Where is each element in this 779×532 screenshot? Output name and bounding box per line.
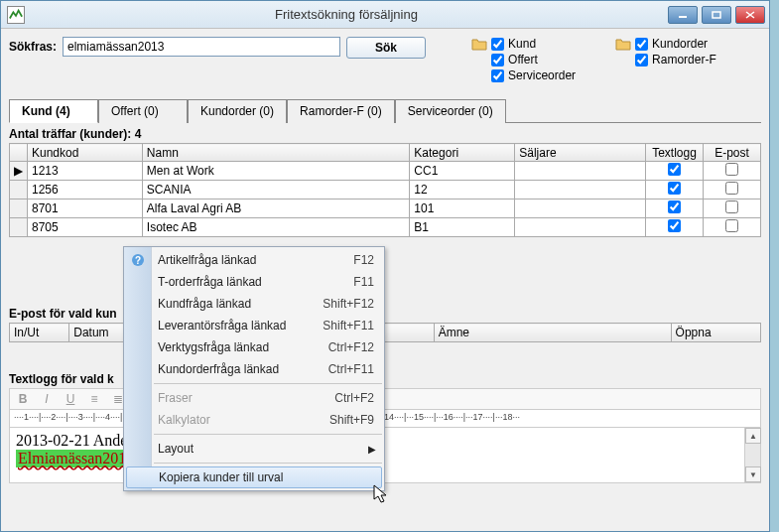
window-title: Fritextsökning försäljning xyxy=(25,7,668,22)
search-input[interactable] xyxy=(63,37,340,57)
row-epost[interactable] xyxy=(725,200,738,213)
ctx-kopiera-kunder[interactable]: Kopiera kunder till urval xyxy=(126,466,382,488)
col-inut[interactable]: In/Ut xyxy=(10,324,69,342)
search-button[interactable]: Sök xyxy=(346,37,426,59)
search-label: Sökfras: xyxy=(9,37,57,54)
rte-toolbar: B I U ≡ ≣ ≔ ≕ ◁ ¶ ？ xyxy=(9,388,761,410)
ctx-separator xyxy=(154,463,382,464)
ctx-kundorderfraga[interactable]: Kundorderfråga länkadCtrl+F11 xyxy=(124,358,384,380)
row-textlogg[interactable] xyxy=(668,200,681,213)
textlog-section-label: Textlogg för vald k xyxy=(9,372,761,386)
hits-label: Antal träffar (kunder): 4 xyxy=(9,127,761,141)
scroll-down-icon[interactable]: ▼ xyxy=(745,466,761,482)
titlebar: Fritextsökning försäljning xyxy=(1,1,769,29)
folder-icon xyxy=(471,37,487,51)
ctx-artikelfraga[interactable]: ? Artikelfråga länkadF12 xyxy=(124,249,384,271)
app-icon xyxy=(7,6,25,24)
row-epost[interactable] xyxy=(725,182,738,195)
check-kundorder-label: Kundorder xyxy=(652,37,708,51)
ctx-leverantorsfraga[interactable]: Leverantörsfråga länkadShift+F11 xyxy=(124,315,384,336)
table-row[interactable]: 8705 Isotec AB B1 xyxy=(10,218,761,237)
col-epost[interactable]: E-post xyxy=(704,144,761,162)
check-serviceorder-label: Serviceorder xyxy=(508,68,576,82)
ctx-torderfraga[interactable]: T-orderfråga länkadF11 xyxy=(124,271,384,293)
ctx-separator xyxy=(154,434,382,435)
results-grid[interactable]: Kundkod Namn Kategori Säljare Textlogg E… xyxy=(9,143,761,237)
ctx-kalkylator: KalkylatorShift+F9 xyxy=(124,409,384,431)
tab-ramorder[interactable]: Ramorder-F (0) xyxy=(287,99,395,123)
row-textlogg[interactable] xyxy=(668,163,681,176)
col-kundkod[interactable]: Kundkod xyxy=(28,144,143,162)
context-menu[interactable]: ? Artikelfråga länkadF12 T-orderfråga lä… xyxy=(123,246,385,491)
col-namn[interactable]: Namn xyxy=(142,144,410,162)
check-offert[interactable] xyxy=(491,54,504,66)
col-selector xyxy=(10,144,28,162)
bold-icon[interactable]: B xyxy=(14,390,32,408)
table-row[interactable]: ▶ 1213 Men at Work CC1 xyxy=(10,162,761,181)
chevron-right-icon: ▶ xyxy=(368,444,376,455)
textlog-body[interactable]: 2013-02-21 Ande Elmiamässan201 ▲ ▼ xyxy=(9,428,761,483)
scrollbar[interactable]: ▲ ▼ xyxy=(744,428,760,482)
ruler: ····1····|····2····|····3····|····4····|… xyxy=(9,410,761,428)
italic-icon[interactable]: I xyxy=(38,390,56,408)
row-epost[interactable] xyxy=(725,219,738,232)
scroll-up-icon[interactable]: ▲ xyxy=(745,428,761,444)
tab-serviceorder[interactable]: Serviceorder (0) xyxy=(395,99,506,123)
tabs: Kund (4) Offert (0) Kundorder (0) Ramord… xyxy=(9,98,761,123)
ctx-verktygsfraga[interactable]: Verktygsfråga länkadCtrl+F12 xyxy=(124,336,384,358)
check-ramorder[interactable] xyxy=(635,54,648,66)
maximize-button[interactable] xyxy=(702,6,731,24)
check-kund[interactable] xyxy=(491,38,504,51)
ctx-fraser: FraserCtrl+F2 xyxy=(124,387,384,409)
question-icon: ? xyxy=(130,252,146,268)
table-row[interactable]: 1256 SCANIA 12 xyxy=(10,181,761,200)
col-oppna[interactable]: Öppna xyxy=(671,324,760,342)
check-offert-label: Offert xyxy=(508,53,538,66)
textlog-line-highlight: Elmiamässan201 xyxy=(16,450,128,467)
table-row[interactable]: 8701 Alfa Laval Agri AB 101 xyxy=(10,200,761,218)
ctx-layout[interactable]: Layout▶ xyxy=(124,438,384,460)
col-datum[interactable]: Datum xyxy=(69,324,125,342)
col-textlogg[interactable]: Textlogg xyxy=(646,144,704,162)
col-kategori[interactable]: Kategori xyxy=(410,144,515,162)
align-left-icon[interactable]: ≡ xyxy=(85,390,103,408)
close-button[interactable] xyxy=(735,6,765,24)
row-epost[interactable] xyxy=(725,163,738,176)
check-serviceorder[interactable] xyxy=(491,69,504,82)
tab-kundorder[interactable]: Kundorder (0) xyxy=(188,99,287,123)
row-textlogg[interactable] xyxy=(668,182,681,195)
main-window: Fritextsökning försäljning Sökfras: Sök … xyxy=(0,0,770,532)
check-kundorder[interactable] xyxy=(635,38,648,51)
folder-icon xyxy=(615,37,631,51)
email-grid[interactable]: In/Ut Datum Ämne Öppna xyxy=(9,323,761,342)
check-kund-label: Kund xyxy=(508,37,536,51)
ctx-separator xyxy=(154,383,382,384)
svg-text:?: ? xyxy=(135,255,141,266)
row-textlogg[interactable] xyxy=(668,219,681,232)
minimize-button[interactable] xyxy=(668,6,698,24)
svg-rect-2 xyxy=(713,12,720,18)
underline-icon[interactable]: U xyxy=(62,390,79,408)
email-section-label: E-post för vald kun xyxy=(9,307,761,321)
ctx-kundfraga[interactable]: Kundfråga länkadShift+F12 xyxy=(124,293,384,315)
col-saljare[interactable]: Säljare xyxy=(515,144,646,162)
check-ramorder-label: Ramorder-F xyxy=(652,53,716,66)
tab-kund[interactable]: Kund (4) xyxy=(9,99,98,123)
tab-offert[interactable]: Offert (0) xyxy=(98,99,188,123)
col-amne[interactable]: Ämne xyxy=(434,324,671,342)
